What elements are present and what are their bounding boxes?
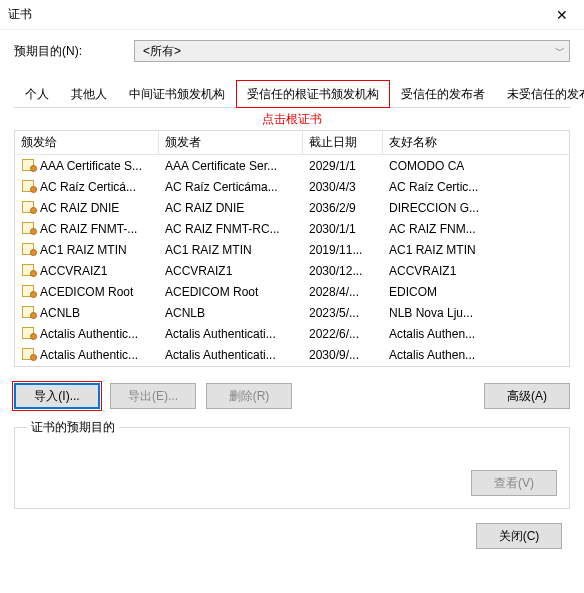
- cell-issued-to: ACEDICOM Root: [40, 285, 133, 299]
- cell-issued-to: AC RAIZ DNIE: [40, 201, 119, 215]
- cell-expires: 2030/9/...: [303, 348, 383, 362]
- intended-purpose-value: <所有>: [143, 43, 181, 60]
- column-issued-to[interactable]: 颁发给: [15, 131, 159, 154]
- certificate-icon: [21, 264, 37, 277]
- cell-expires: 2030/1/1: [303, 222, 383, 236]
- tab-3[interactable]: 受信任的根证书颁发机构: [236, 80, 390, 108]
- cell-issued-by: ACCVRAIZ1: [159, 264, 303, 278]
- certificate-icon: [21, 222, 37, 235]
- certificate-icon: [21, 285, 37, 298]
- table-row[interactable]: Actalis Authentic...Actalis Authenticati…: [15, 344, 569, 365]
- intended-purpose-label: 预期目的(N):: [14, 43, 134, 60]
- table-row[interactable]: Actalis Authentic...Actalis Authenticati…: [15, 323, 569, 344]
- cell-expires: 2023/5/...: [303, 306, 383, 320]
- cell-friendly: EDICOM: [383, 285, 569, 299]
- tab-5[interactable]: 未受信任的发布者: [496, 80, 584, 108]
- certificate-icon: [21, 180, 37, 193]
- cell-issued-to: ACNLB: [40, 306, 80, 320]
- cell-friendly: Actalis Authen...: [383, 327, 569, 341]
- cell-expires: 2036/2/9: [303, 201, 383, 215]
- cell-issued-by: AC RAIZ FNMT-RC...: [159, 222, 303, 236]
- chevron-down-icon: ﹀: [555, 44, 565, 58]
- certificate-icon: [21, 348, 37, 361]
- cell-friendly: AC1 RAIZ MTIN: [383, 243, 569, 257]
- cell-issued-by: AC Raíz Certicáma...: [159, 180, 303, 194]
- column-expires[interactable]: 截止日期: [303, 131, 383, 154]
- remove-button[interactable]: 删除(R): [206, 383, 292, 409]
- cell-issued-to: Actalis Authentic...: [40, 327, 138, 341]
- column-friendly-name[interactable]: 友好名称: [383, 131, 569, 154]
- column-issued-by[interactable]: 颁发者: [159, 131, 303, 154]
- cell-friendly: AC RAIZ FNM...: [383, 222, 569, 236]
- table-row[interactable]: AC RAIZ DNIEAC RAIZ DNIE2036/2/9DIRECCIO…: [15, 197, 569, 218]
- close-icon[interactable]: ✕: [540, 0, 584, 30]
- certificate-icon: [21, 243, 37, 256]
- instruction-hint: 点击根证书: [14, 111, 570, 128]
- cert-purpose-legend: 证书的预期目的: [27, 419, 119, 436]
- advanced-button[interactable]: 高级(A): [484, 383, 570, 409]
- certificate-icon: [21, 306, 37, 319]
- certificate-rows[interactable]: AAA Certificate S...AAA Certificate Ser.…: [15, 155, 569, 366]
- cell-expires: 2030/12...: [303, 264, 383, 278]
- table-row[interactable]: AC Raíz Certicá...AC Raíz Certicáma...20…: [15, 176, 569, 197]
- cell-issued-by: AC1 RAIZ MTIN: [159, 243, 303, 257]
- tab-4[interactable]: 受信任的发布者: [390, 80, 496, 108]
- cell-issued-by: Actalis Authenticati...: [159, 327, 303, 341]
- cell-issued-to: AAA Certificate S...: [40, 159, 142, 173]
- cell-expires: 2028/4/...: [303, 285, 383, 299]
- cell-issued-by: Actalis Authenticati...: [159, 348, 303, 362]
- export-button[interactable]: 导出(E)...: [110, 383, 196, 409]
- cell-issued-to: AC RAIZ FNMT-...: [40, 222, 137, 236]
- view-button[interactable]: 查看(V): [471, 470, 557, 496]
- import-button[interactable]: 导入(I)...: [14, 383, 100, 409]
- cell-issued-to: ACCVRAIZ1: [40, 264, 107, 278]
- close-button[interactable]: 关闭(C): [476, 523, 562, 549]
- cell-expires: 2019/11...: [303, 243, 383, 257]
- cell-issued-by: AAA Certificate Ser...: [159, 159, 303, 173]
- cell-friendly: DIRECCION G...: [383, 201, 569, 215]
- cell-friendly: Actalis Authen...: [383, 348, 569, 362]
- cell-issued-to: Actalis Authentic...: [40, 348, 138, 362]
- tabs: 个人其他人中间证书颁发机构受信任的根证书颁发机构受信任的发布者未受信任的发布者: [14, 80, 570, 108]
- cell-issued-to: AC1 RAIZ MTIN: [40, 243, 127, 257]
- cell-friendly: COMODO CA: [383, 159, 569, 173]
- cell-issued-to: AC Raíz Certicá...: [40, 180, 136, 194]
- table-row[interactable]: ACCVRAIZ1ACCVRAIZ12030/12...ACCVRAIZ1: [15, 260, 569, 281]
- cell-issued-by: ACNLB: [159, 306, 303, 320]
- certificate-icon: [21, 201, 37, 214]
- cell-friendly: ACCVRAIZ1: [383, 264, 569, 278]
- certificate-list: 颁发给 颁发者 截止日期 友好名称 AAA Certificate S...AA…: [14, 130, 570, 367]
- cell-issued-by: AC RAIZ DNIE: [159, 201, 303, 215]
- tab-1[interactable]: 其他人: [60, 80, 118, 108]
- tab-2[interactable]: 中间证书颁发机构: [118, 80, 236, 108]
- cell-expires: 2030/4/3: [303, 180, 383, 194]
- cell-expires: 2022/6/...: [303, 327, 383, 341]
- cell-expires: 2029/1/1: [303, 159, 383, 173]
- certificate-icon: [21, 159, 37, 172]
- intended-purpose-select[interactable]: <所有> ﹀: [134, 40, 570, 62]
- table-row[interactable]: AC1 RAIZ MTINAC1 RAIZ MTIN2019/11...AC1 …: [15, 239, 569, 260]
- table-row[interactable]: ACNLBACNLB2023/5/...NLB Nova Lju...: [15, 302, 569, 323]
- cell-friendly: NLB Nova Lju...: [383, 306, 569, 320]
- cell-friendly: AC Raíz Certic...: [383, 180, 569, 194]
- table-row[interactable]: AAA Certificate S...AAA Certificate Ser.…: [15, 155, 569, 176]
- cell-issued-by: ACEDICOM Root: [159, 285, 303, 299]
- tab-0[interactable]: 个人: [14, 80, 60, 108]
- table-row[interactable]: AC RAIZ FNMT-...AC RAIZ FNMT-RC...2030/1…: [15, 218, 569, 239]
- window-title: 证书: [8, 6, 540, 23]
- cert-purpose-groupbox: 证书的预期目的 查看(V): [14, 419, 570, 509]
- table-row[interactable]: ACEDICOM RootACEDICOM Root2028/4/...EDIC…: [15, 281, 569, 302]
- certificate-icon: [21, 327, 37, 340]
